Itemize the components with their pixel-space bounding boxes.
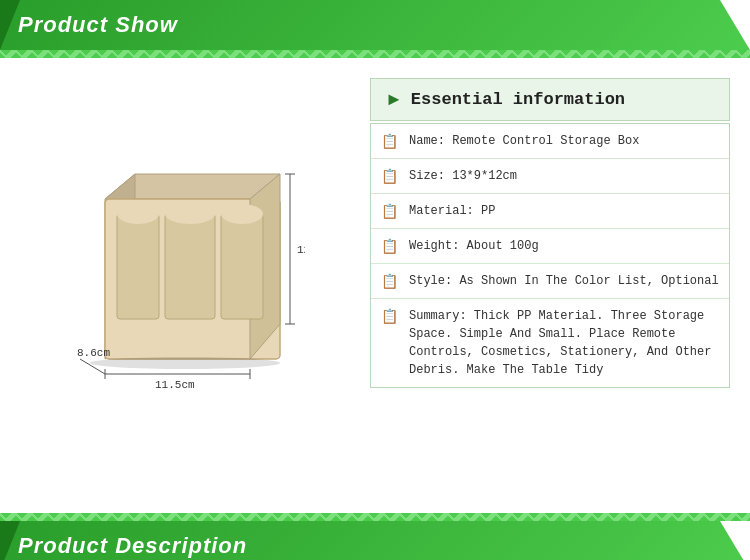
row-icon-summary: 📋 bbox=[381, 308, 403, 325]
product-show-label: Product Show bbox=[18, 12, 178, 38]
product-description-header: Product Description bbox=[0, 521, 750, 560]
row-icon-material: 📋 bbox=[381, 203, 403, 220]
info-row-summary: 📋 Summary: Thick PP Material. Three Stor… bbox=[371, 299, 729, 387]
row-text-weight: Weight: About 100g bbox=[409, 237, 719, 255]
svg-point-8 bbox=[165, 204, 215, 224]
product-svg-wrapper: 12.9cm 11.5cm 8.6cm bbox=[75, 159, 305, 393]
wave-border-top bbox=[0, 50, 750, 58]
row-text-style: Style: As Shown In The Color List, Optio… bbox=[409, 272, 719, 290]
wave-border-bottom bbox=[0, 513, 750, 521]
svg-text:11.5cm: 11.5cm bbox=[155, 379, 195, 389]
info-table: 📋 Name: Remote Control Storage Box 📋 Siz… bbox=[370, 123, 730, 388]
header-corner-accent bbox=[0, 0, 20, 50]
svg-rect-4 bbox=[117, 214, 159, 319]
row-icon-style: 📋 bbox=[381, 273, 403, 290]
product-illustration: 12.9cm 11.5cm 8.6cm bbox=[75, 159, 305, 389]
info-row-name: 📋 Name: Remote Control Storage Box bbox=[371, 124, 729, 159]
info-row-weight: 📋 Weight: About 100g bbox=[371, 229, 729, 264]
main-content-area: 12.9cm 11.5cm 8.6cm ► Essential informat… bbox=[0, 58, 750, 513]
svg-point-9 bbox=[221, 204, 263, 224]
row-text-name: Name: Remote Control Storage Box bbox=[409, 132, 719, 150]
arrow-icon: ► bbox=[385, 89, 403, 110]
svg-rect-6 bbox=[221, 214, 263, 319]
svg-point-10 bbox=[90, 357, 280, 369]
svg-text:12.9cm: 12.9cm bbox=[297, 244, 305, 256]
row-text-size: Size: 13*9*12cm bbox=[409, 167, 719, 185]
row-text-summary: Summary: Thick PP Material. Three Storag… bbox=[409, 307, 719, 379]
product-show-header: Product Show bbox=[0, 0, 750, 50]
row-icon-weight: 📋 bbox=[381, 238, 403, 255]
svg-rect-5 bbox=[165, 214, 215, 319]
info-title-box: ► Essential information bbox=[370, 78, 730, 121]
info-row-size: 📋 Size: 13*9*12cm bbox=[371, 159, 729, 194]
row-icon-name: 📋 bbox=[381, 133, 403, 150]
product-description-label: Product Description bbox=[18, 533, 247, 559]
svg-point-7 bbox=[117, 204, 159, 224]
info-row-style: 📋 Style: As Shown In The Color List, Opt… bbox=[371, 264, 729, 299]
info-row-material: 📋 Material: PP bbox=[371, 194, 729, 229]
info-title: Essential information bbox=[411, 90, 625, 109]
info-panel: ► Essential information 📋 Name: Remote C… bbox=[370, 78, 730, 503]
product-image-area: 12.9cm 11.5cm 8.6cm bbox=[20, 78, 360, 503]
row-icon-size: 📋 bbox=[381, 168, 403, 185]
bottom-header-corner-accent bbox=[0, 521, 20, 560]
row-text-material: Material: PP bbox=[409, 202, 719, 220]
svg-text:8.6cm: 8.6cm bbox=[77, 347, 110, 359]
